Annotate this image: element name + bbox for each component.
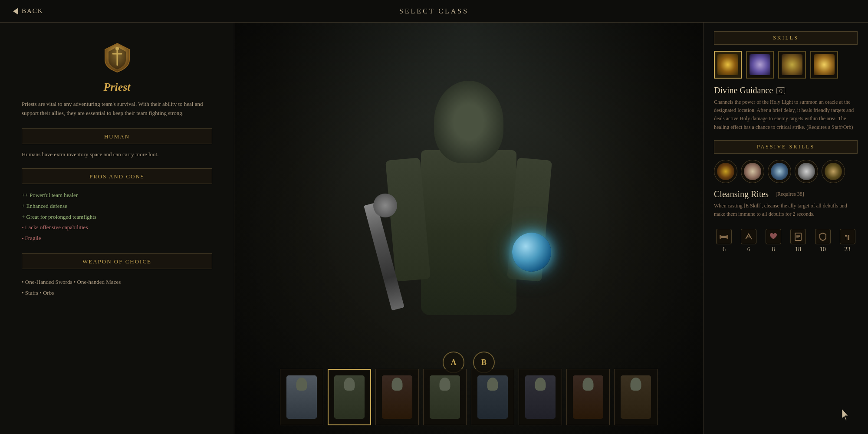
svg-rect-5 [727,235,728,239]
carousel-item-4[interactable] [471,369,514,425]
passive-name: Cleansing Rites [714,189,769,199]
passive-3-icon [771,163,788,180]
carousel-item-3[interactable] [423,369,467,425]
passive-icon-1[interactable] [714,160,737,183]
passive-requirement: [Requires 38] [776,191,804,197]
stat-agility: 6 [739,229,759,253]
stat-vitality: 8 [763,229,784,253]
back-label: BACK [22,7,43,15]
class-icon [22,40,212,76]
carousel-char-4 [477,375,508,419]
agility-icon [741,229,756,244]
class-description: Priests are vital to any adventuring tea… [22,100,212,118]
weapon-line-1: • One-Handed Swords • One-handed Maces [22,277,212,288]
race-title: HUMAN [104,133,130,140]
carousel-item-2[interactable] [375,369,419,425]
carousel-item-5[interactable] [519,369,562,425]
carousel-item-0[interactable] [280,369,323,425]
strength-value: 6 [723,246,726,253]
knowledge-value: 18 [795,246,801,253]
agility-value: 6 [747,246,750,253]
strength-icon [716,229,732,244]
char-weapon-head [373,194,397,217]
weapon-line-2: • Staffs • Orbs [22,288,212,299]
dexterity-icon [840,229,855,244]
skill-icon-shield[interactable] [778,51,806,79]
carousel-char-0 [286,375,317,419]
skill-name: Divine Guidance Q [714,85,858,95]
passive-name-row: Cleansing Rites [Requires 38] [714,189,858,199]
main-layout: Priest Priests are vital to any adventur… [0,23,868,434]
skill-icon-divine[interactable] [714,51,742,79]
skill-icon-orb[interactable] [746,51,774,79]
orb-icon [750,54,770,75]
pro-3: + Great for prolonged teamfights [22,212,212,223]
char-hood [434,81,503,163]
shield-icon [782,54,802,75]
passive-icons-row [714,160,858,183]
svg-rect-3 [720,236,727,238]
char-body [421,150,516,315]
passive-1-icon [717,163,734,180]
passive-icon-5[interactable] [822,160,845,183]
page-title: SELECT CLASS [399,7,469,15]
con-2: - Fragile [22,233,212,244]
passive-icon-4[interactable] [795,160,818,183]
vitality-icon [766,229,781,244]
carousel-char-1 [334,375,365,419]
pros-cons-list: ++ Powerful team healer + Enhanced defen… [22,190,212,243]
carousel-char-3 [430,375,460,419]
skills-title: SKILLS [714,31,858,45]
carousel-item-1[interactable] [328,369,371,425]
stat-resilience: 10 [812,229,833,253]
center-panel: A B [234,23,703,434]
carousel-char-7 [621,375,651,419]
carousel-item-6[interactable] [566,369,610,425]
knowledge-icon [790,229,806,244]
skill-icon-light[interactable] [810,51,838,79]
left-panel: Priest Priests are vital to any adventur… [0,23,234,434]
light-icon [814,54,835,75]
dexterity-value: 23 [845,246,851,253]
class-name: Priest [22,81,212,94]
pro-2: + Enhanced defense [22,201,212,212]
carousel-char-2 [382,375,412,419]
passive-4-icon [798,163,815,180]
pros-cons-title: PROS AND CONS [89,173,145,180]
back-arrow-icon [13,8,18,15]
top-bar: BACK SELECT CLASS [0,0,868,23]
vitality-value: 8 [772,246,775,253]
stat-strength: 6 [714,229,734,253]
weapon-list: • One-Handed Swords • One-handed Maces •… [22,277,212,298]
skill-key: Q [776,87,785,94]
pros-cons-section-box: PROS AND CONS [22,168,212,184]
weapon-title: WEAPON OF CHOICE [82,258,151,265]
pro-1: ++ Powerful team healer [22,190,212,201]
svg-point-2 [115,47,119,50]
resilience-value: 10 [820,246,826,253]
skill-description: Channels the power of the Holy Light to … [714,98,858,132]
char-orb [512,233,551,272]
character-figure [378,72,560,385]
passive-icon-3[interactable] [768,160,791,183]
con-1: - Lacks offensive capabilities [22,222,212,233]
divine-icon [717,54,738,75]
passive-icon-2[interactable] [741,160,764,183]
right-panel: SKILLS Divine Guidance Q Channels the po… [703,23,868,434]
passive-description: When casting [E Skill], cleanse the ally… [714,202,858,218]
carousel-item-7[interactable] [614,369,658,425]
passive-2-icon [744,163,761,180]
resilience-icon [815,229,831,244]
race-description: Humans have extra inventory space and ca… [22,150,212,159]
passive-5-icon [825,163,842,180]
weapon-section-box: WEAPON OF CHOICE [22,253,212,269]
carousel-char-5 [525,375,556,419]
back-button[interactable]: BACK [13,7,43,15]
cursor-indicator [842,409,851,421]
svg-rect-4 [720,235,721,239]
stat-dexterity: 23 [837,229,858,253]
skill-icons-row [714,51,858,79]
stats-row: 6 6 8 [714,229,858,253]
race-section-box: HUMAN [22,128,212,144]
character-carousel [280,369,658,425]
